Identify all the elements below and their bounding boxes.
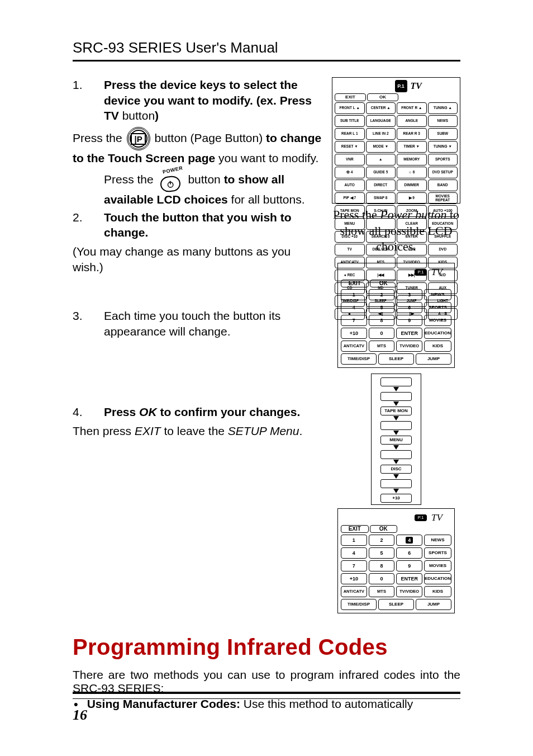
exit-button[interactable]: EXIT bbox=[341, 525, 369, 533]
lcd-key[interactable]: LINE IN 2 bbox=[366, 128, 396, 140]
lcd-key[interactable]: VNR bbox=[335, 154, 365, 166]
lcd-key[interactable]: MOVIES REPEAT bbox=[428, 192, 458, 204]
keypad-key[interactable]: 8 bbox=[369, 560, 395, 571]
keypad-key[interactable]: 3 bbox=[396, 289, 422, 300]
lcd-key[interactable]: SUB TITLE bbox=[335, 115, 365, 127]
category-key[interactable]: EDUCATION bbox=[424, 573, 451, 584]
step2-note: (You may change as many buttons as you w… bbox=[73, 244, 322, 275]
lcd-key[interactable]: MEMORY bbox=[397, 154, 427, 166]
down-arrow-icon bbox=[393, 431, 399, 435]
lcd-key[interactable]: CENTER ▲ bbox=[366, 102, 396, 114]
keypad-key[interactable]: ANT/CATV bbox=[341, 341, 367, 352]
cycle-box bbox=[380, 392, 412, 401]
lcd-key[interactable]: GUIDE 5 bbox=[366, 167, 396, 178]
exit-button[interactable]: EXIT bbox=[341, 280, 369, 287]
cycle-box bbox=[380, 450, 412, 459]
keypad-key[interactable]: +10 bbox=[341, 328, 367, 339]
step-3: 3. Each time you touch the button its ap… bbox=[73, 308, 322, 341]
cycle-box bbox=[380, 421, 412, 430]
keypad-key[interactable]: 5 bbox=[369, 547, 395, 559]
keypad-key[interactable]: 4 bbox=[396, 535, 422, 546]
lcd-key[interactable]: SPORTS bbox=[428, 154, 458, 166]
keypad-key[interactable]: ENTER bbox=[396, 573, 422, 584]
lcd-key[interactable]: AUTO bbox=[335, 179, 365, 191]
lcd-key[interactable]: BAND bbox=[428, 179, 458, 191]
keypad-key[interactable]: TV/VIDEO bbox=[396, 341, 422, 352]
keypad-key[interactable]: 7 bbox=[341, 560, 367, 571]
exit-button[interactable]: EXIT bbox=[335, 93, 366, 101]
category-key[interactable]: KIDS bbox=[424, 341, 451, 352]
keypad-key[interactable]: 6 bbox=[396, 547, 422, 559]
lcd-key[interactable]: DVD bbox=[428, 244, 458, 256]
lcd-key[interactable]: TUNING ▲ bbox=[428, 102, 458, 114]
keypad-key[interactable]: 2 bbox=[369, 289, 395, 300]
down-arrow-icon bbox=[393, 401, 399, 406]
down-arrow-icon bbox=[393, 489, 399, 493]
ok-button[interactable]: OK bbox=[367, 93, 398, 101]
ok-button[interactable]: OK bbox=[370, 525, 398, 533]
keypad-key[interactable]: 5 bbox=[369, 302, 395, 313]
lcd-key[interactable]: ▲ bbox=[366, 154, 396, 166]
keypad-key[interactable]: SLEEP bbox=[378, 599, 414, 610]
lcd-key[interactable]: DVD SETUP bbox=[428, 167, 458, 178]
category-key[interactable]: SPORTS bbox=[424, 547, 451, 559]
keypad-key[interactable]: MTS bbox=[369, 341, 395, 352]
cycle-box bbox=[380, 479, 412, 488]
lcd-key[interactable]: ANGLE bbox=[397, 115, 427, 127]
keypad-key[interactable]: 9 bbox=[396, 315, 422, 326]
keypad-key[interactable]: 1 bbox=[341, 289, 367, 300]
keypad-key[interactable]: TV/VIDEO bbox=[396, 586, 422, 597]
lcd-key[interactable]: DIMMER bbox=[397, 179, 427, 191]
lcd-key[interactable]: DIRECT bbox=[366, 179, 396, 191]
keypad-key[interactable]: 9 bbox=[396, 560, 422, 571]
keypad-key[interactable]: 4 bbox=[341, 547, 367, 559]
keypad-key[interactable]: TIME/DISP bbox=[341, 599, 377, 610]
keypad-key[interactable]: ENTER bbox=[396, 328, 422, 339]
lcd-key[interactable]: SUBW bbox=[428, 128, 458, 140]
keypad-key[interactable]: +10 bbox=[341, 573, 367, 584]
keypad-key[interactable]: 1 bbox=[341, 535, 367, 546]
lcd-key[interactable]: LANGUAGE bbox=[366, 115, 396, 127]
keypad-key[interactable]: 6 bbox=[396, 302, 422, 313]
category-key[interactable]: SPORTS bbox=[424, 302, 451, 313]
lcd-key[interactable]: REAR L 1 bbox=[335, 128, 365, 140]
ok-button[interactable]: OK bbox=[370, 280, 398, 287]
lcd-key[interactable]: SWAP 8 bbox=[366, 192, 396, 204]
category-key[interactable]: KIDS bbox=[424, 586, 451, 597]
page-badge: P.1 bbox=[415, 269, 427, 276]
category-key[interactable]: MOVIES bbox=[424, 560, 451, 571]
lcd-key[interactable]: ✿ 4 bbox=[335, 167, 365, 178]
step1-power-para: Press the POWER button to show all avail… bbox=[73, 168, 322, 207]
keypad-key[interactable]: ANT/CATV bbox=[341, 586, 367, 597]
lcd-key[interactable]: FRONT R ▲ bbox=[397, 102, 427, 114]
keypad-key[interactable]: TIME/DISP bbox=[341, 353, 377, 365]
category-key[interactable]: NEWS bbox=[424, 535, 451, 546]
keypad-key[interactable]: 4 bbox=[341, 302, 367, 313]
keypad-key[interactable]: 8 bbox=[369, 315, 395, 326]
lcd-key[interactable]: NEWS bbox=[428, 115, 458, 127]
keypad-key[interactable]: 2 bbox=[369, 535, 395, 546]
step-2: 2. Touch the button that you wish to cha… bbox=[73, 210, 322, 243]
lcd-key[interactable]: PIP ◀ 7 bbox=[335, 192, 365, 204]
keypad-key[interactable]: 7 bbox=[341, 315, 367, 326]
keypad-key[interactable]: SLEEP bbox=[378, 353, 414, 365]
lcd-key[interactable]: REAR R 3 bbox=[397, 128, 427, 140]
category-key[interactable]: MOVIES bbox=[424, 315, 451, 326]
lcd-key[interactable]: MODE ▼ bbox=[366, 141, 396, 153]
category-key[interactable]: EDUCATION bbox=[424, 328, 451, 339]
lcd-key[interactable]: ☼ 6 bbox=[397, 167, 427, 178]
step4-then: Then press EXIT to leave the SETUP Menu. bbox=[73, 423, 322, 439]
lcd-key[interactable]: RESET ▼ bbox=[335, 141, 365, 153]
running-header: SRC-93 SERIES User's Manual bbox=[73, 39, 460, 62]
lcd-key[interactable]: TV bbox=[335, 244, 365, 256]
lcd-key[interactable]: TIMER ▼ bbox=[397, 141, 427, 153]
category-key[interactable]: NEWS bbox=[424, 289, 451, 300]
keypad-key[interactable]: 0 bbox=[369, 573, 395, 584]
lcd-key[interactable]: TUNING ▼ bbox=[428, 141, 458, 153]
lcd-key[interactable]: FRONT L ▲ bbox=[335, 102, 365, 114]
keypad-key[interactable]: 0 bbox=[369, 328, 395, 339]
lcd-key[interactable]: ▶ 9 bbox=[397, 192, 427, 204]
keypad-key[interactable]: JUMP bbox=[416, 599, 451, 610]
keypad-key[interactable]: JUMP bbox=[416, 353, 451, 365]
keypad-key[interactable]: MTS bbox=[369, 586, 395, 597]
